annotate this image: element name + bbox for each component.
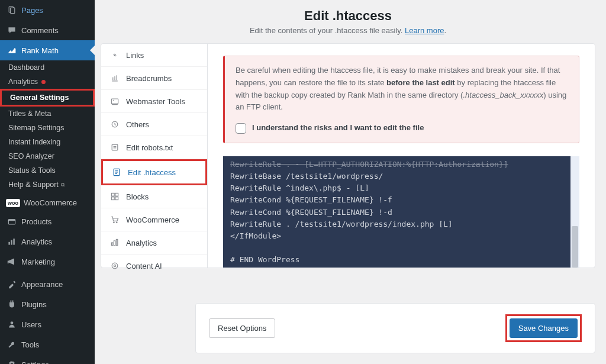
woocommerce-icon: woo — [6, 199, 20, 207]
svg-rect-13 — [115, 193, 118, 196]
menu-label: Appearance — [21, 280, 63, 289]
menu-woocommerce[interactable]: woo WooCommerce — [0, 194, 95, 211]
scrollbar-thumb[interactable] — [572, 226, 578, 268]
tab-label: Edit .htaccess — [128, 168, 176, 177]
tab-blocks[interactable]: Blocks — [101, 185, 207, 208]
blocks-icon — [109, 191, 120, 202]
tab-woocommerce[interactable]: WooCommerce — [101, 208, 207, 231]
code-line: RewriteRule . /testsite1/wordpress/index… — [230, 218, 572, 230]
external-link-icon: ⧉ — [61, 182, 65, 188]
risk-checkbox[interactable] — [236, 123, 246, 134]
menu-pages[interactable]: Pages — [0, 0, 95, 20]
learn-more-link[interactable]: Learn more — [405, 26, 444, 35]
settings-panel: Links Breadcrumbs Webmaster Tools Others… — [101, 43, 595, 268]
svg-rect-6 — [13, 239, 14, 244]
submenu-general-settings[interactable]: General Settings — [0, 89, 95, 107]
tab-links[interactable]: Links — [101, 44, 207, 67]
save-button[interactable]: Save Changes — [510, 318, 578, 338]
submenu-titles-meta[interactable]: Titles & Meta — [0, 107, 95, 121]
page-header: Edit .htaccess Edit the contents of your… — [101, 8, 595, 35]
svg-rect-19 — [114, 241, 115, 246]
links-icon — [109, 50, 120, 60]
svg-rect-18 — [111, 243, 112, 246]
svg-point-7 — [11, 321, 14, 324]
menu-label: WooCommerce — [24, 198, 77, 207]
submenu-status-tools[interactable]: Status & Tools — [0, 163, 95, 178]
tab-label: Blocks — [126, 192, 149, 201]
editor-scrollbar[interactable] — [570, 156, 579, 268]
webmaster-icon — [109, 96, 120, 107]
code-line: RewriteCond %{REQUEST_FILENAME} !-d — [230, 207, 572, 218]
analytics-icon — [6, 236, 18, 247]
actions-bar: Reset Options Save Changes — [195, 303, 595, 353]
others-icon — [109, 119, 120, 130]
menu-products[interactable]: Products — [0, 211, 95, 231]
tab-label: Webmaster Tools — [126, 97, 185, 106]
menu-label: Tools — [21, 340, 39, 349]
code-line: RewriteCond %{REQUEST_FILENAME} !-f — [230, 194, 572, 206]
notification-dot-icon — [41, 80, 46, 84]
breadcrumbs-icon — [109, 73, 120, 83]
warning-text: Be careful when editing the htaccess fil… — [236, 65, 568, 114]
menu-settings[interactable]: Settings — [0, 355, 95, 364]
menu-label: Marketing — [21, 257, 55, 266]
svg-rect-1 — [11, 8, 15, 14]
appearance-icon — [6, 278, 18, 290]
tab-htaccess[interactable]: Edit .htaccess — [101, 159, 207, 185]
htaccess-icon — [111, 167, 122, 178]
menu-marketing[interactable]: Marketing — [0, 252, 95, 272]
submenu-analytics[interactable]: Analytics — [0, 75, 95, 89]
code-line: RewriteRule ^index\.php$ - [L] — [230, 182, 572, 194]
tab-label: Links — [126, 51, 144, 60]
menu-tools[interactable]: Tools — [0, 334, 95, 355]
tab-analytics[interactable]: Analytics — [101, 231, 207, 255]
submenu-label: Analytics — [8, 78, 38, 86]
tab-webmaster[interactable]: Webmaster Tools — [101, 90, 207, 113]
submenu-help-support[interactable]: Help & Support ⧉ — [0, 178, 95, 192]
save-highlight: Save Changes — [505, 314, 582, 342]
submenu-instant-indexing[interactable]: Instant Indexing — [0, 135, 95, 149]
svg-rect-8 — [111, 99, 118, 104]
code-line — [230, 266, 572, 268]
reset-button[interactable]: Reset Options — [209, 318, 275, 338]
svg-rect-15 — [115, 197, 118, 200]
submenu-dashboard[interactable]: Dashboard — [0, 60, 95, 75]
svg-rect-4 — [8, 242, 9, 245]
tab-label: Breadcrumbs — [126, 74, 172, 83]
tab-robots[interactable]: Edit robots.txt — [101, 136, 207, 159]
menu-label: Users — [21, 320, 41, 329]
warning-notice: Be careful when editing the htaccess fil… — [223, 56, 579, 143]
tab-breadcrumbs[interactable]: Breadcrumbs — [101, 67, 207, 90]
menu-label: Comments — [21, 26, 59, 35]
svg-rect-10 — [112, 144, 118, 150]
menu-appearance[interactable]: Appearance — [0, 274, 95, 294]
menu-label: Pages — [21, 6, 43, 15]
code-line: RewriteRule . - [L=HTTP_AUTHORIZATION:%{… — [230, 159, 572, 170]
users-icon — [6, 318, 18, 330]
menu-plugins[interactable]: Plugins — [0, 294, 95, 314]
submenu-sitemap[interactable]: Sitemap Settings — [0, 121, 95, 135]
code-line: </IfModule> — [230, 230, 572, 242]
menu-users[interactable]: Users — [0, 314, 95, 334]
htaccess-editor[interactable]: RewriteRule . - [L=HTTP_AUTHORIZATION:%{… — [223, 156, 579, 268]
tab-label: Content AI — [126, 262, 162, 270]
svg-point-21 — [112, 263, 118, 269]
tab-content-ai[interactable]: Content AI — [101, 255, 207, 278]
menu-label: Plugins — [21, 300, 47, 309]
svg-point-16 — [114, 222, 115, 223]
settings-body: Be careful when editing the htaccess fil… — [208, 44, 595, 268]
menu-analytics[interactable]: Analytics — [0, 231, 95, 252]
svg-rect-14 — [111, 197, 114, 200]
tab-others[interactable]: Others — [101, 113, 207, 136]
tab-label: Analytics — [126, 239, 157, 247]
svg-point-17 — [116, 222, 117, 223]
menu-label: Rank Math — [21, 46, 59, 55]
svg-point-22 — [114, 265, 115, 266]
marketing-icon — [6, 256, 18, 268]
menu-rankmath[interactable]: Rank Math — [0, 40, 95, 60]
submenu-seo-analyzer[interactable]: SEO Analyzer — [0, 149, 95, 163]
risk-label[interactable]: I understand the risks and I want to edi… — [252, 122, 424, 134]
tab-label: WooCommerce — [126, 215, 179, 224]
main-content: Edit .htaccess Edit the contents of your… — [95, 0, 606, 364]
menu-comments[interactable]: Comments — [0, 20, 95, 40]
